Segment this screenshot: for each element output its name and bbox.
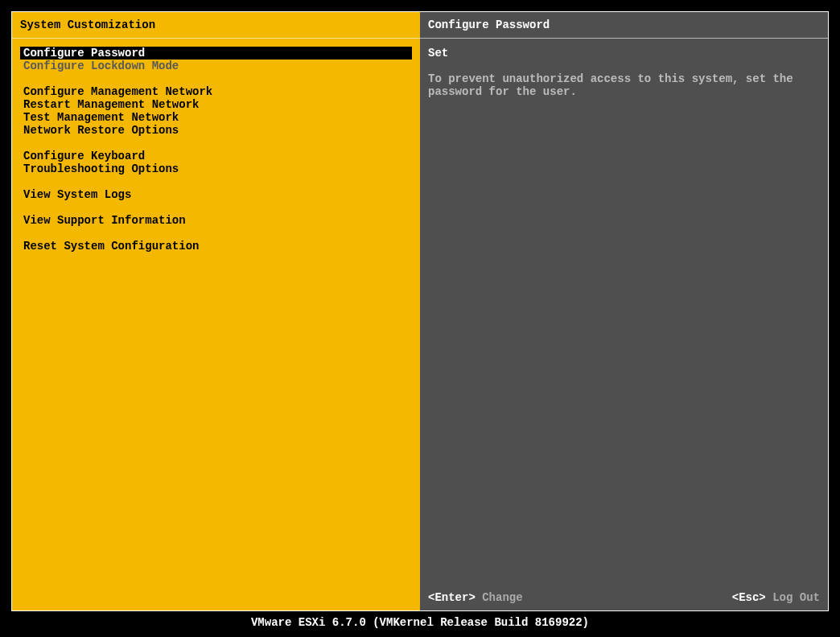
- status-bar: VMware ESXi 6.7.0 (VMKernel Release Buil…: [0, 616, 840, 629]
- esc-hint: <Esc> Log Out: [732, 591, 820, 604]
- detail-body: Set To prevent unauthorized access to th…: [420, 39, 828, 610]
- enter-key-label: <Enter>: [428, 591, 476, 604]
- menu-item-configure-password[interactable]: Configure Password: [20, 47, 412, 60]
- right-panel: Configure Password Set To prevent unauth…: [420, 12, 828, 610]
- menu-item-troubleshooting-options[interactable]: Troubleshooting Options: [20, 162, 412, 175]
- menu-item-configure-management-network[interactable]: Configure Management Network: [20, 85, 412, 98]
- left-panel-title: System Customization: [12, 12, 420, 39]
- enter-hint: <Enter> Change: [428, 591, 523, 604]
- menu-item-restart-management-network[interactable]: Restart Management Network: [20, 98, 412, 111]
- password-status: Set: [428, 47, 820, 60]
- main-frame: System Customization Configure Password …: [11, 11, 829, 611]
- menu-body: Configure Password Configure Lockdown Mo…: [12, 39, 420, 610]
- esc-key-label: <Esc>: [732, 591, 766, 604]
- left-panel: System Customization Configure Password …: [12, 12, 420, 610]
- menu-item-reset-system-configuration[interactable]: Reset System Configuration: [20, 240, 412, 253]
- menu-item-network-restore-options[interactable]: Network Restore Options: [20, 124, 412, 137]
- esc-action: Log Out: [772, 591, 820, 604]
- menu-item-configure-lockdown-mode[interactable]: Configure Lockdown Mode: [20, 60, 412, 72]
- enter-action: Change: [482, 591, 522, 604]
- menu-item-view-support-information[interactable]: View Support Information: [20, 214, 412, 227]
- menu-item-view-system-logs[interactable]: View System Logs: [20, 188, 412, 201]
- key-hints: <Enter> Change <Esc> Log Out: [428, 591, 820, 604]
- menu-item-test-management-network[interactable]: Test Management Network: [20, 111, 412, 124]
- right-panel-title: Configure Password: [420, 12, 828, 39]
- password-description: To prevent unauthorized access to this s…: [428, 72, 820, 98]
- menu-item-configure-keyboard[interactable]: Configure Keyboard: [20, 150, 412, 162]
